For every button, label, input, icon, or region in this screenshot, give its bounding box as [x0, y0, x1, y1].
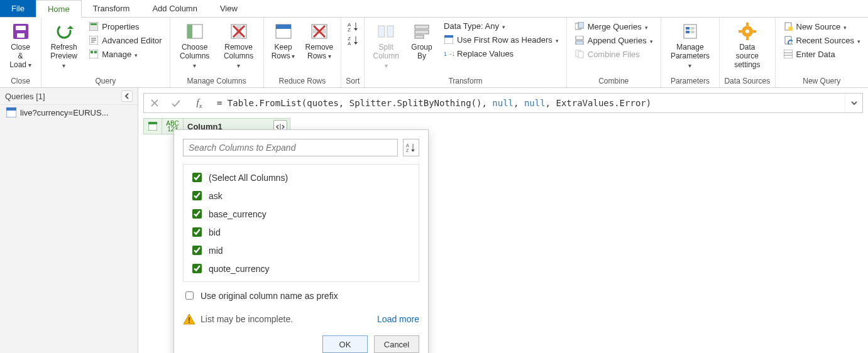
column-checkbox[interactable]: base_currency	[189, 205, 414, 223]
group-caption-combine: Combine	[571, 75, 657, 87]
svg-rect-45	[576, 41, 583, 45]
group-caption-new-query: New Query	[779, 75, 865, 87]
column-checkbox[interactable]: quote_currency	[189, 259, 414, 278]
expand-search-input[interactable]	[183, 139, 398, 156]
fx-icon: fx	[196, 97, 202, 109]
headers-icon	[444, 35, 454, 45]
keep-rows-icon	[273, 21, 294, 42]
svg-rect-2	[17, 33, 25, 38]
gear-icon	[737, 21, 758, 42]
split-column-button[interactable]: Split Column	[368, 19, 404, 70]
group-new-query: New Source Recent Sources Enter Data New…	[776, 18, 869, 87]
svg-rect-43	[578, 22, 584, 28]
collapse-queries-button[interactable]	[121, 90, 133, 102]
svg-rect-6	[91, 23, 97, 25]
column-checkbox-input[interactable]	[192, 191, 202, 200]
tab-add-column[interactable]: Add Column	[141, 0, 209, 17]
grid-corner-button[interactable]	[143, 118, 162, 134]
first-row-headers-button[interactable]: Use First Row as Headers	[440, 33, 563, 46]
svg-rect-36	[415, 25, 429, 29]
group-caption-parameters: Parameters	[665, 75, 715, 87]
sort-columns-button[interactable]: AZ	[403, 139, 419, 156]
svg-text:Z: Z	[348, 27, 351, 31]
warning-text: List may be incomplete.	[201, 314, 293, 324]
choose-columns-button[interactable]: Choose Columns	[174, 19, 216, 70]
sort-asc-icon: AZ	[348, 21, 358, 31]
column-checkbox-input[interactable]	[192, 209, 202, 219]
select-all-checkbox-input[interactable]	[192, 173, 202, 182]
formula-cancel-button[interactable]	[144, 94, 165, 112]
formula-input[interactable]: = Table.FromList(quotes, Splitter.SplitB…	[212, 98, 845, 108]
remove-rows-button[interactable]: Remove Rows	[302, 19, 338, 61]
expand-columns-popup: AZ (Select All Columns) ask base_currenc…	[173, 129, 429, 353]
column-checkbox-input[interactable]	[192, 246, 202, 255]
fx-button[interactable]: fx	[187, 94, 212, 112]
svg-point-54	[745, 30, 749, 33]
data-type-button[interactable]: Data Type: Any	[440, 20, 563, 32]
column-checkbox-input[interactable]	[192, 264, 202, 273]
tab-home[interactable]: Home	[36, 0, 82, 18]
table-icon	[148, 122, 157, 131]
use-prefix-checkbox-input[interactable]	[185, 291, 194, 300]
combine-files-button[interactable]: Combine Files	[571, 48, 657, 60]
svg-text:Z: Z	[406, 148, 409, 153]
cancel-button[interactable]: Cancel	[374, 335, 419, 353]
manage-button[interactable]: Manage	[85, 48, 165, 60]
column-checkbox[interactable]: ask	[189, 187, 414, 205]
use-prefix-checkbox[interactable]: Use original column name as prefix	[183, 290, 419, 301]
remove-columns-button[interactable]: Remove Columns	[218, 19, 260, 70]
sort-asc-button[interactable]: AZ	[345, 20, 360, 33]
ok-button[interactable]: OK	[322, 335, 368, 353]
svg-rect-63	[784, 50, 793, 58]
sort-desc-button[interactable]: ZA	[345, 34, 360, 46]
properties-button[interactable]: Properties	[85, 20, 165, 33]
data-source-settings-button[interactable]: Data source settings	[723, 19, 771, 69]
split-column-icon	[375, 21, 397, 42]
column-checkbox[interactable]: bid	[189, 223, 414, 241]
check-icon	[171, 99, 181, 107]
svg-rect-21	[276, 24, 291, 29]
load-more-link[interactable]: Load more	[377, 314, 419, 324]
svg-point-3	[58, 25, 70, 38]
manage-parameters-button[interactable]: Manage Parameters	[665, 19, 715, 70]
group-data-sources: Data source settings Data Sources	[720, 18, 775, 87]
group-caption-query: Query	[45, 75, 166, 87]
use-prefix-label: Use original column name as prefix	[201, 291, 338, 301]
group-by-button[interactable]: Group By	[406, 19, 437, 60]
enter-data-button[interactable]: Enter Data	[779, 48, 865, 60]
tab-file[interactable]: File	[0, 0, 36, 17]
editor-icon	[89, 35, 99, 45]
recent-sources-button[interactable]: Recent Sources	[779, 34, 865, 46]
svg-marker-29	[354, 28, 358, 31]
replace-values-button[interactable]: 1→2 Replace Values	[440, 47, 563, 60]
group-caption-data-sources: Data Sources	[723, 75, 771, 87]
merge-queries-button[interactable]: Merge Queries	[571, 20, 657, 33]
close-and-load-button[interactable]: Close & Load	[4, 19, 37, 70]
keep-rows-button[interactable]: Keep Rows	[268, 19, 299, 61]
svg-rect-12	[91, 51, 93, 53]
chevron-down-icon	[850, 99, 858, 107]
remove-columns-icon	[228, 21, 250, 42]
formula-accept-button[interactable]	[165, 94, 187, 112]
svg-rect-49	[686, 27, 689, 30]
tab-view[interactable]: View	[209, 0, 249, 17]
column-checkbox[interactable]: mid	[189, 241, 414, 259]
formula-expand-button[interactable]	[845, 94, 862, 112]
svg-rect-15	[187, 24, 192, 38]
advanced-editor-button[interactable]: Advanced Editor	[85, 34, 165, 46]
refresh-icon	[53, 21, 75, 42]
tab-transform[interactable]: Transform	[82, 0, 141, 17]
refresh-preview-button[interactable]: Refresh Preview	[45, 19, 82, 70]
select-all-label: (Select All Columns)	[209, 173, 288, 183]
replace-values-icon: 1→2	[444, 48, 454, 58]
editor-area: fx = Table.FromList(quotes, Splitter.Spl…	[138, 88, 868, 353]
column-checkbox-input[interactable]	[192, 227, 202, 237]
new-source-button[interactable]: New Source	[779, 20, 865, 33]
query-item[interactable]: live?currency=EURUS...	[0, 105, 138, 120]
svg-rect-40	[444, 35, 453, 38]
svg-rect-79	[189, 322, 190, 323]
append-queries-button[interactable]: Append Queries	[571, 34, 657, 46]
column-checkbox-label: quote_currency	[209, 264, 270, 274]
svg-rect-50	[686, 31, 689, 33]
select-all-columns-checkbox[interactable]: (Select All Columns)	[189, 168, 414, 187]
